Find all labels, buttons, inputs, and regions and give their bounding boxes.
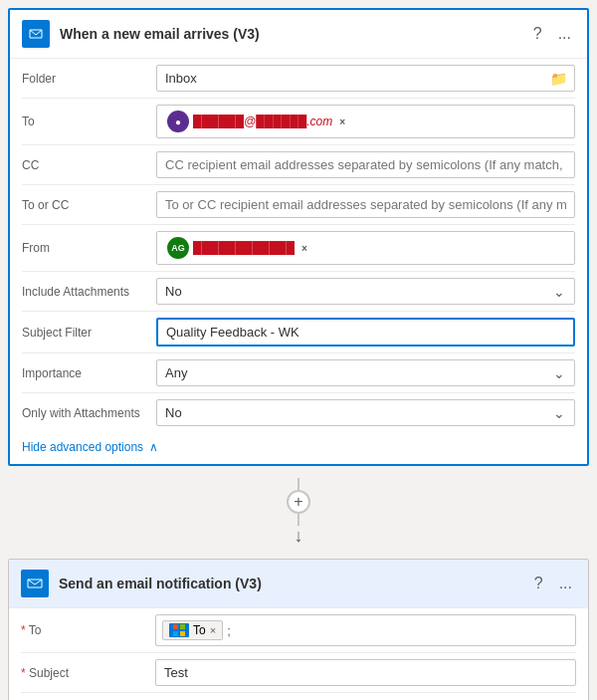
trigger-card: When a new email arrives (V3) ? ... Fold… bbox=[8, 8, 589, 466]
subject-filter-row: Subject Filter bbox=[10, 312, 587, 352]
cc-input[interactable] bbox=[156, 151, 575, 178]
subject-filter-label: Subject Filter bbox=[22, 326, 156, 340]
to-label: To bbox=[22, 115, 156, 128]
importance-select[interactable]: Any Low Normal High bbox=[156, 359, 575, 386]
only-with-attachments-label: Only with Attachments bbox=[22, 406, 156, 420]
include-attachments-select[interactable]: No Yes bbox=[156, 278, 575, 305]
cc-row: CC bbox=[10, 145, 587, 184]
trigger-card-actions: ? ... bbox=[529, 23, 575, 45]
to-row: To ● ██████@██████.com × bbox=[10, 99, 587, 144]
action-to-row: To To × ; bbox=[9, 608, 588, 652]
from-row: From AG ████████████ × bbox=[10, 225, 587, 271]
from-tag-input[interactable]: AG ████████████ × bbox=[156, 231, 575, 265]
folder-input[interactable] bbox=[156, 65, 575, 92]
action-subject-label: Subject bbox=[21, 666, 155, 680]
to-control: ● ██████@██████.com × bbox=[156, 105, 575, 138]
trigger-more-button[interactable]: ... bbox=[554, 23, 575, 45]
svg-rect-1 bbox=[26, 575, 44, 592]
action-card-header: Send an email notification (V3) ? ... bbox=[9, 560, 588, 608]
action-subject-control bbox=[155, 659, 576, 686]
svg-rect-3 bbox=[180, 624, 185, 629]
only-with-attachments-row: Only with Attachments No Yes bbox=[10, 393, 587, 432]
only-with-attachments-select[interactable]: No Yes bbox=[156, 399, 575, 426]
from-control: AG ████████████ × bbox=[156, 231, 575, 265]
to-tag: ● ██████@██████.com × bbox=[163, 109, 352, 134]
from-tag-email: ████████████ bbox=[193, 241, 295, 255]
action-help-button[interactable]: ? bbox=[530, 573, 547, 594]
action-to-tag-input[interactable]: To × ; bbox=[155, 614, 576, 646]
add-step-button[interactable]: + bbox=[287, 490, 310, 514]
advanced-toggle-chevron-icon: ∧ bbox=[149, 440, 158, 454]
subject-filter-control bbox=[156, 318, 575, 347]
trigger-card-header: When a new email arrives (V3) ? ... bbox=[10, 10, 587, 59]
action-to-tag: To × bbox=[162, 620, 223, 640]
folder-row: Folder bbox=[10, 59, 587, 98]
connector: + ↓ bbox=[0, 474, 597, 551]
to-or-cc-control bbox=[156, 191, 575, 218]
to-or-cc-row: To or CC bbox=[10, 185, 587, 224]
action-subject-input[interactable] bbox=[155, 659, 576, 686]
advanced-toggle[interactable]: Hide advanced options ∧ bbox=[10, 432, 587, 464]
action-to-tag-close[interactable]: × bbox=[210, 624, 216, 636]
to-tag-ms-icon bbox=[169, 623, 189, 637]
include-attachments-label: Include Attachments bbox=[22, 285, 156, 299]
cc-label: CC bbox=[22, 158, 156, 172]
action-to-label: To bbox=[21, 623, 155, 637]
svg-rect-4 bbox=[173, 631, 178, 636]
from-tag-close[interactable]: × bbox=[298, 242, 310, 255]
action-card-icon bbox=[21, 570, 49, 597]
from-tag-avatar: AG bbox=[167, 237, 189, 259]
advanced-toggle-label: Hide advanced options bbox=[22, 440, 143, 454]
action-card-title: Send an email notification (V3) bbox=[59, 576, 530, 591]
connector-arrow-icon: ↓ bbox=[295, 526, 303, 547]
trigger-card-icon bbox=[22, 20, 50, 48]
subject-filter-input[interactable] bbox=[156, 318, 575, 347]
importance-label: Importance bbox=[22, 366, 156, 380]
from-tag: AG ████████████ × bbox=[163, 235, 314, 261]
action-to-control: To × ; bbox=[155, 614, 576, 646]
cc-control bbox=[156, 151, 575, 178]
importance-row: Importance Any Low Normal High bbox=[10, 353, 587, 392]
include-attachments-row: Include Attachments No Yes bbox=[10, 272, 587, 311]
folder-label: Folder bbox=[22, 72, 156, 86]
to-or-cc-input[interactable] bbox=[156, 191, 575, 218]
action-card: Send an email notification (V3) ? ... To bbox=[8, 559, 589, 700]
svg-rect-2 bbox=[173, 624, 178, 629]
to-tag-email: ██████@██████.com bbox=[193, 115, 332, 128]
trigger-help-button[interactable]: ? bbox=[529, 23, 546, 45]
only-with-attachments-wrapper: No Yes bbox=[156, 399, 575, 426]
action-body-row: Body Font ▼ | 12 ▼ | B I U ✏ ≡ ≡ ⇥ ⇤ bbox=[9, 693, 588, 700]
folder-input-wrapper bbox=[156, 65, 575, 92]
from-label: From bbox=[22, 241, 156, 255]
connector-line-top bbox=[298, 478, 299, 490]
connector-line-bottom bbox=[298, 514, 299, 526]
svg-rect-5 bbox=[180, 631, 185, 636]
include-attachments-wrapper: No Yes bbox=[156, 278, 575, 305]
add-step-icon: + bbox=[294, 493, 302, 511]
action-more-button[interactable]: ... bbox=[555, 573, 576, 594]
to-tag-close[interactable]: × bbox=[336, 116, 348, 128]
trigger-card-title: When a new email arrives (V3) bbox=[60, 26, 529, 42]
to-or-cc-label: To or CC bbox=[22, 198, 156, 212]
importance-wrapper: Any Low Normal High bbox=[156, 359, 575, 386]
action-to-tag-label: To bbox=[193, 623, 206, 637]
action-card-actions: ? ... bbox=[530, 573, 576, 594]
to-tag-input[interactable]: ● ██████@██████.com × bbox=[156, 105, 575, 138]
action-to-semicolon: ; bbox=[227, 623, 231, 638]
action-subject-row: Subject bbox=[9, 653, 588, 692]
to-tag-avatar: ● bbox=[167, 111, 189, 132]
